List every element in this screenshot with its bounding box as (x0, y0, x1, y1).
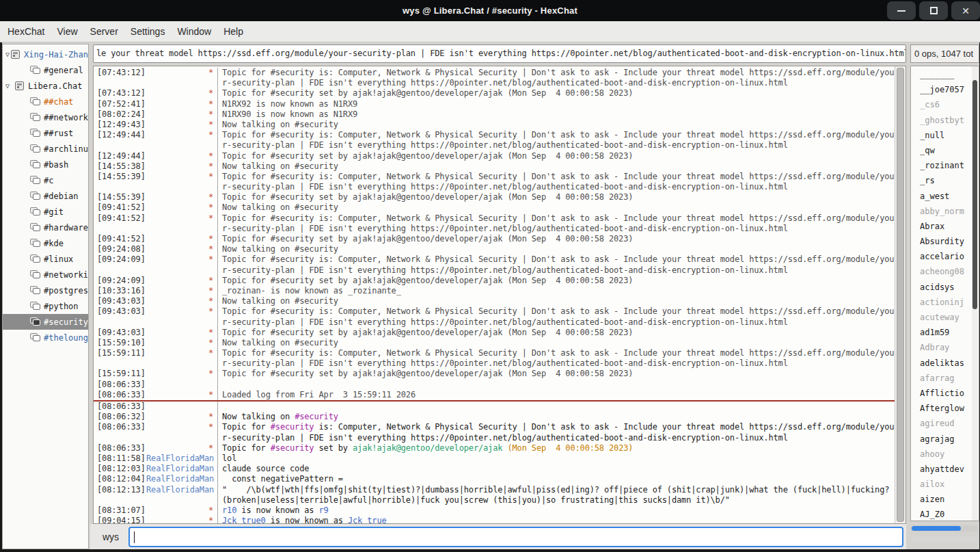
user-list-item[interactable]: _ghostbyt (911, 113, 979, 128)
expander-icon[interactable] (5, 51, 11, 58)
user-list-item[interactable]: Afflictio (911, 386, 979, 401)
user-list-item[interactable]: accelario (911, 249, 979, 264)
menu-hexchat[interactable]: HexChat (1, 21, 51, 42)
chat-scrollbar-thumb[interactable] (897, 68, 904, 522)
topic-input[interactable]: le your threat model https://ssd.eff.org… (93, 44, 906, 63)
chat-line: [14:55:38]*Now talking on #security (94, 161, 895, 172)
message: Topic for #security set by ajak!ajak@gen… (217, 151, 895, 161)
timestamp: [09:41:52] (94, 202, 146, 213)
message-segment: Topic for #security set by ajak!ajak@gen… (222, 234, 633, 244)
user-list-item[interactable]: Abrax (911, 219, 979, 234)
expander-icon[interactable] (5, 82, 15, 90)
user-list-hscrollbar[interactable] (910, 525, 978, 531)
input-bar: wys (90, 524, 906, 549)
nick: * (146, 192, 217, 202)
sidebar-item-kde[interactable]: #kde (3, 235, 88, 251)
user-list-item[interactable]: aizen (911, 492, 979, 507)
sidebar-item-archlinux[interactable]: #archlinux (3, 141, 88, 157)
user-list-item[interactable]: adeliktas (911, 356, 979, 371)
user-list-item[interactable]: ad1m59 (911, 325, 979, 340)
sidebar-item-networking[interactable]: #networking (3, 267, 88, 282)
chat-scrollbar[interactable] (895, 66, 906, 523)
nick: * (146, 369, 217, 379)
message-segment: r-security-plan | FDE isn't everything h… (222, 358, 788, 368)
user-list-item[interactable]: ahooy (911, 447, 979, 462)
timestamp (94, 140, 146, 150)
message-segment: Now talking on #security (222, 244, 338, 254)
user-list-item[interactable]: actioninj (911, 295, 979, 310)
user-list-hscrollbar-thumb[interactable] (912, 526, 961, 531)
message-segment: is now known as (266, 516, 348, 523)
channel-icon (30, 333, 40, 342)
menu-server[interactable]: Server (84, 21, 124, 42)
message-segment: _rozinan- is now known as _rozinante_ (222, 286, 401, 295)
timestamp: [14:55:39] (94, 192, 146, 202)
chat-line: [09:41:52]*Topic for #security is: Compu… (94, 213, 895, 224)
message: Now talking on #security (217, 338, 895, 348)
sidebar-item-bash[interactable]: #bash (3, 157, 88, 172)
sidebar-item-postgresq[interactable]: #postgresq (3, 282, 88, 298)
channel-icon (30, 66, 40, 75)
sidebar-item-thelounge[interactable]: #thelounge (3, 330, 88, 345)
user-list-item[interactable]: _______ (911, 67, 979, 82)
sidebar-item-hardware[interactable]: #hardware (3, 220, 88, 235)
user-list-item[interactable]: agrajag (911, 432, 979, 447)
maximize-button[interactable] (919, 1, 948, 20)
sidebar-item-c[interactable]: #c (3, 172, 88, 188)
user-list-item[interactable]: acuteway (911, 310, 979, 325)
user-list-item[interactable]: abby_norm (911, 204, 979, 219)
user-list-item[interactable]: __joe7057 (911, 82, 979, 97)
sidebar-item-git[interactable]: #git (3, 204, 88, 220)
message-segment: r-security-plan | FDE isn't everything h… (222, 224, 788, 233)
chat-line: (broken|useless|terrible|awful|horrible)… (94, 495, 895, 505)
message-segment: r-security-plan | FDE isn't everything h… (222, 433, 788, 443)
menu-view[interactable]: View (51, 21, 83, 42)
message-segment: r9 (319, 505, 329, 515)
user-list-item[interactable]: agireud (911, 416, 979, 431)
user-list-item[interactable]: Adbray (911, 340, 979, 355)
nick: * (146, 151, 217, 161)
user-list-item[interactable]: _rozinant (911, 158, 979, 173)
sidebar-item-general[interactable]: #general (3, 62, 88, 78)
sidebar-item-networkin[interactable]: ##networkin (3, 109, 88, 125)
nick (146, 224, 217, 234)
sidebar-item-debian[interactable]: #debian (3, 188, 88, 204)
menu-window[interactable]: Window (171, 21, 217, 42)
close-button[interactable] (951, 1, 980, 20)
channel-icon (30, 129, 40, 137)
menu-settings[interactable]: Settings (124, 21, 172, 42)
user-list-item[interactable]: _rs (911, 173, 979, 188)
user-list-item[interactable]: acidsys (911, 280, 979, 295)
bottom-scrollbar-track[interactable] (910, 536, 978, 542)
menu-help[interactable]: Help (217, 21, 249, 42)
sidebar-item-chat[interactable]: ##chat (3, 94, 88, 109)
sidebar-item-python[interactable]: #python (3, 298, 88, 314)
user-list-item[interactable]: acheong08 (911, 264, 979, 279)
sidebar-item-linux[interactable]: #linux (3, 251, 88, 267)
user-list-item[interactable]: Afterglow (911, 401, 979, 416)
message-input[interactable] (128, 527, 903, 547)
user-list-scrollbar[interactable] (972, 66, 978, 521)
sidebar-item-XingHaiZhan[interactable]: Xing-Hai-Zhan (3, 47, 88, 62)
nick: * (146, 234, 217, 244)
user-list-scrollbar-thumb[interactable] (972, 80, 977, 309)
sidebar-item-rust[interactable]: ##rust (3, 125, 88, 141)
sidebar-item-LiberaChat[interactable]: Libera.Chat (3, 78, 88, 94)
user-list-item[interactable]: _qw (911, 143, 979, 158)
channel-icon (30, 254, 40, 263)
user-list-item[interactable]: AJ_Z0 (911, 507, 979, 521)
user-list-item[interactable]: _cs6 (911, 97, 979, 112)
user-list-item[interactable]: ahyattdev (911, 462, 979, 477)
user-list-item[interactable]: a_west (911, 189, 979, 204)
sidebar-item-security[interactable]: #security (3, 314, 88, 330)
nick: * (146, 244, 217, 254)
message-segment: (broken|useless|terrible|awful|horrible)… (222, 495, 730, 505)
minimize-button[interactable] (887, 1, 916, 20)
user-list-item[interactable]: afarrag (911, 371, 979, 386)
tree-label: #kde (44, 239, 64, 248)
user-list-item[interactable]: Absurdity (911, 234, 979, 249)
user-list-item[interactable]: ailox (911, 477, 979, 492)
message-segment: Topic for #security set by ajak!ajak@gen… (222, 369, 633, 378)
user-list-item[interactable]: _null (911, 128, 979, 143)
message-segment: Topic for #security set by ajak!ajak@gen… (222, 192, 633, 202)
